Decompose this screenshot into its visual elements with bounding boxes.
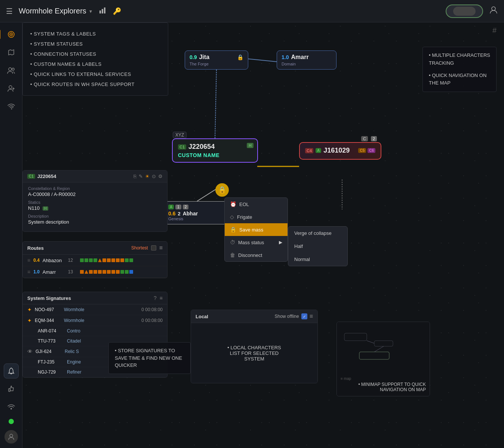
- svg-point-13: [10, 434, 13, 437]
- routes-shortest-label: Shortest: [131, 245, 148, 251]
- sidebar: [0, 22, 22, 448]
- routes-panel: Routes Shortest ≡ ≡ 0.4 Ahbazon 12: [22, 241, 168, 278]
- abhar-name: Abhar: [183, 211, 198, 217]
- show-offline-checkbox[interactable]: ✓: [301, 313, 307, 319]
- routes-list-icon[interactable]: ≡: [159, 245, 163, 251]
- sig-id-0: NOO-497: [35, 307, 61, 312]
- sig-eye-4: 👁: [27, 349, 33, 355]
- abhar-security: 0.6: [168, 211, 175, 217]
- topbar-right: [446, 4, 498, 18]
- amarr-name-route: Amarr: [43, 269, 65, 275]
- context-save-mass[interactable]: 🔒 Save mass: [225, 223, 288, 236]
- route-row-ahbazon[interactable]: ≡ 0.4 Ahbazon 12: [23, 255, 167, 266]
- edit-icon[interactable]: ✎: [139, 174, 143, 179]
- key-icon[interactable]: 🔑: [113, 7, 121, 15]
- info-statics-row: Statics N110 H: [28, 200, 162, 211]
- svg-point-6: [10, 34, 12, 35]
- local-body: • LOCAL CHARACTERS LIST FOR SELECTED SYS…: [191, 323, 317, 383]
- routes-filter-area: Shortest ≡: [131, 245, 163, 251]
- sidebar-item-add-user[interactable]: [4, 81, 19, 96]
- sig-row-0[interactable]: ✦ NOO-497 Wormhole 0 00:08:00: [23, 304, 167, 315]
- submenu-half[interactable]: Half: [288, 240, 347, 253]
- main-system-id: J220654: [188, 143, 215, 151]
- toggle-switch[interactable]: [446, 4, 483, 18]
- save-mass-icon: 🔒: [230, 227, 236, 233]
- eol-icon: ⏰: [230, 201, 236, 207]
- bowl-icon[interactable]: ⊙: [152, 174, 156, 179]
- node-main[interactable]: XYZ C1 J220654 CUSTOM NAME H: [172, 138, 258, 163]
- save-mass-label: Save mass: [239, 227, 263, 233]
- abhar-badge-2: 2: [183, 205, 189, 209]
- drag-icon-1: ≡: [27, 257, 30, 263]
- topbar: ☰ Wormhole Explorers ▾ 🔑: [0, 0, 504, 22]
- callout-multiple-chars: • MULTIPLE CHARACTERSTRACKING: [429, 52, 490, 67]
- c4-class-badge: C4: [305, 148, 313, 153]
- submenu-normal[interactable]: Normal: [288, 253, 347, 266]
- sidebar-item-group[interactable]: [4, 63, 19, 78]
- svg-point-12: [10, 408, 12, 409]
- sig-row-2[interactable]: ANR-074 Contro: [23, 326, 167, 336]
- svg-rect-2: [104, 7, 105, 13]
- context-disconnect[interactable]: 🗑 Disconnect: [225, 249, 288, 261]
- svg-point-7: [9, 68, 12, 71]
- local-title: Local: [196, 314, 208, 319]
- info-panel-header: C1 J220654 ⎘ ✎ ☀ ⊙ ⚙: [23, 171, 167, 182]
- sig-row-1[interactable]: ✦ EQM-344 Wormhole 0 00:08:00: [23, 315, 167, 326]
- copy-icon[interactable]: ⎘: [133, 174, 136, 179]
- minimap-callout: • MINIMAP SUPPORT TO QUICK NAVIGATION ON…: [337, 382, 426, 392]
- menu-icon[interactable]: ☰: [6, 7, 13, 16]
- sidebar-bottom-user[interactable]: [4, 430, 18, 444]
- svg-rect-21: [359, 352, 389, 359]
- callout-right: • MULTIPLE CHARACTERSTRACKING • QUICK NA…: [422, 47, 497, 92]
- frigate-label: Frigate: [237, 214, 252, 220]
- mass-status-label: Mass status: [238, 240, 264, 245]
- node-c4[interactable]: C 2 C4 A J161029 C5 C6: [299, 142, 381, 160]
- context-eol[interactable]: ⏰ EOL: [225, 198, 288, 211]
- feature-item-4: • CUSTOM NAMES & LABELS: [30, 59, 160, 69]
- jita-region: The Forge: [190, 62, 243, 66]
- sig-id-4: GJI-624: [36, 349, 62, 354]
- context-mass-status[interactable]: ⏱ Mass status ▶: [225, 236, 288, 249]
- context-frigate[interactable]: ◇ Frigate: [225, 211, 288, 223]
- sig-help-icon[interactable]: ?: [154, 295, 157, 301]
- sidebar-item-wifi2[interactable]: [4, 399, 19, 414]
- sig-type-5: Engine: [67, 359, 97, 365]
- star-icon[interactable]: ☀: [145, 174, 150, 179]
- sig-type-1: Wormhole: [64, 318, 94, 323]
- amarr-hops: 13: [68, 269, 77, 274]
- sidebar-item-wifi[interactable]: [4, 99, 19, 114]
- info-panel-body: Constellation & Region A-C00008 / A-R000…: [23, 182, 167, 231]
- sidebar-item-target[interactable]: [4, 27, 19, 42]
- connection-lock[interactable]: 🔒: [215, 183, 229, 197]
- route-row-amarr[interactable]: ≡ 1.0 Amarr 13: [23, 266, 167, 278]
- app-chevron[interactable]: ▾: [89, 8, 92, 14]
- statics-label: Statics: [28, 200, 162, 205]
- routes-title: Routes: [27, 245, 44, 251]
- sig-type-0: Wormhole: [64, 307, 94, 312]
- info-description-row: Description System description: [28, 214, 162, 225]
- statics-value: N110 H: [28, 205, 162, 211]
- sig-time-0: 0 00:08:00: [141, 307, 163, 312]
- user-icon[interactable]: [489, 6, 498, 17]
- jita-name: Jita: [199, 54, 209, 61]
- submenu-verge[interactable]: Verge of collapse: [288, 227, 347, 240]
- local-menu-icon[interactable]: ≡: [310, 313, 313, 320]
- main-class-badge: C1: [178, 144, 186, 150]
- node-jita[interactable]: 0.9 Jita 🔒 The Forge: [185, 50, 248, 70]
- sig-star-1: ✦: [27, 317, 32, 323]
- sig-id-3: TTU-773: [38, 338, 64, 344]
- abhar-num: 2: [178, 211, 180, 217]
- svg-line-22: [367, 341, 374, 343]
- sidebar-item-map[interactable]: [4, 45, 19, 60]
- sig-time-1: 0 00:08:00: [141, 318, 163, 323]
- svg-rect-11: [9, 389, 10, 392]
- sig-list-icon[interactable]: ≡: [160, 295, 163, 301]
- sidebar-notification-bell[interactable]: [4, 363, 19, 378]
- stats-icon[interactable]: [99, 7, 107, 15]
- routes-checkbox[interactable]: [151, 245, 156, 251]
- settings-icon[interactable]: ⚙: [158, 174, 163, 179]
- local-panel: Local Show offline ✓ ≡ • LOCAL CHARACTER…: [191, 310, 318, 383]
- node-amarr[interactable]: 1.0 Amarr Domain: [277, 50, 336, 70]
- sidebar-item-thumbsup[interactable]: [4, 381, 19, 396]
- node-abhar[interactable]: A 1 2 0.6 2 Abhar Genesis: [163, 201, 231, 224]
